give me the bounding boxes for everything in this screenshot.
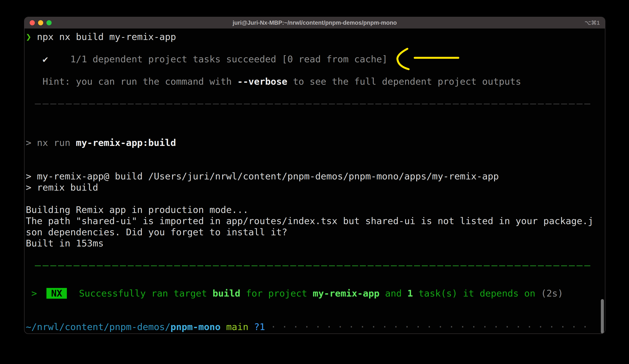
nx-run-line: > nx run my-remix-app:build [26,137,605,148]
separator-row [26,104,605,115]
terminal-line-blank [26,126,605,137]
minimize-button[interactable] [38,20,43,25]
terminal-line-blank [26,276,605,288]
status-path: ~/nrwl/content/pnpm-demos/ [26,321,170,332]
text-cursor [37,334,43,334]
separator-line [35,104,592,105]
terminal-line-blank [26,65,605,76]
window-shortcut-label: ⌥⌘1 [585,19,600,26]
result-prefix: > [26,288,43,299]
pkg-script-line: > my-remix-app@ build /Users/juri/nrwl/c… [26,171,605,182]
hint-suffix: to see the full dependent project output… [287,76,521,87]
terminal-line-blank [26,148,605,159]
status-filler-dots: · · · · · · · · · · · · · · · · · · · · … [265,321,588,332]
close-button[interactable] [30,20,35,25]
green-separator-row [26,265,605,276]
build-output-line: son dependencies. Did you forget to inst… [26,227,605,238]
yellow-arrow-annotation [395,47,459,71]
terminal-line-blank [26,159,605,171]
hint-flag: --verbose [237,76,287,87]
check-icon: ✔ [26,54,48,64]
result-project: my-remix-app [313,288,380,299]
command-line: ❯ npx nx build my-remix-app [26,31,605,42]
scrollbar-thumb[interactable] [601,299,604,334]
terminal-line-blank [26,299,605,310]
titlebar[interactable]: juri@Juri-Nx-MBP:~/nrwl/content/pnpm-dem… [24,17,605,29]
nx-run-prefix: > nx run [26,137,76,148]
prompt-chevron-icon: ❯ [26,31,31,42]
build-output-line: The path "shared-ui" is imported in app/… [26,215,605,227]
terminal-screen[interactable]: ❯ npx nx build my-remix-app ✔ 1/1 depend… [24,29,605,334]
git-status-label: ?1 [249,321,265,332]
traffic-lights [30,20,52,25]
terminal-window: juri@Juri-Nx-MBP:~/nrwl/content/pnpm-dem… [24,17,605,334]
remix-cmd-line: > remix build [26,182,605,193]
zoom-button[interactable] [46,20,52,25]
tasks-summary-text: 1/1 dependent project tasks succeeded [0… [48,54,388,64]
build-output-line: Built in 153ms [26,238,605,249]
git-branch-label: main [221,321,248,332]
status-line: ~/nrwl/content/pnpm-demos/pnpm-mono main… [26,321,605,332]
green-separator-line [35,265,592,266]
prompt-chevron-icon: ❯ [26,333,31,334]
hint-prefix: Hint: you can run the command with [26,76,237,87]
terminal-line-blank [26,193,605,204]
terminal-line-blank [26,87,605,98]
result-line: > NXSuccessfully ran target build for pr… [26,288,605,299]
terminal-line-blank [26,42,605,53]
hint-line: Hint: you can run the command with --ver… [26,76,605,87]
command-text: npx nx build my-remix-app [31,31,176,42]
status-path-current: pnpm-mono [170,321,221,332]
terminal-line-blank [26,115,605,126]
build-output-line: Building Remix app in production mode... [26,204,605,215]
result-task-count: 1 [407,288,413,299]
terminal-line-blank [26,310,605,321]
result-duration: (2s) [541,288,563,299]
tasks-succeeded-line: ✔ 1/1 dependent project tasks succeeded … [26,53,605,65]
nx-run-target: my-remix-app:build [76,137,176,148]
terminal-line-blank [26,249,605,260]
nx-badge: NX [46,288,67,299]
prompt-line[interactable]: ❯ [26,332,605,334]
window-title: juri@Juri-Nx-MBP:~/nrwl/content/pnpm-dem… [24,19,605,26]
result-target: build [213,288,240,299]
